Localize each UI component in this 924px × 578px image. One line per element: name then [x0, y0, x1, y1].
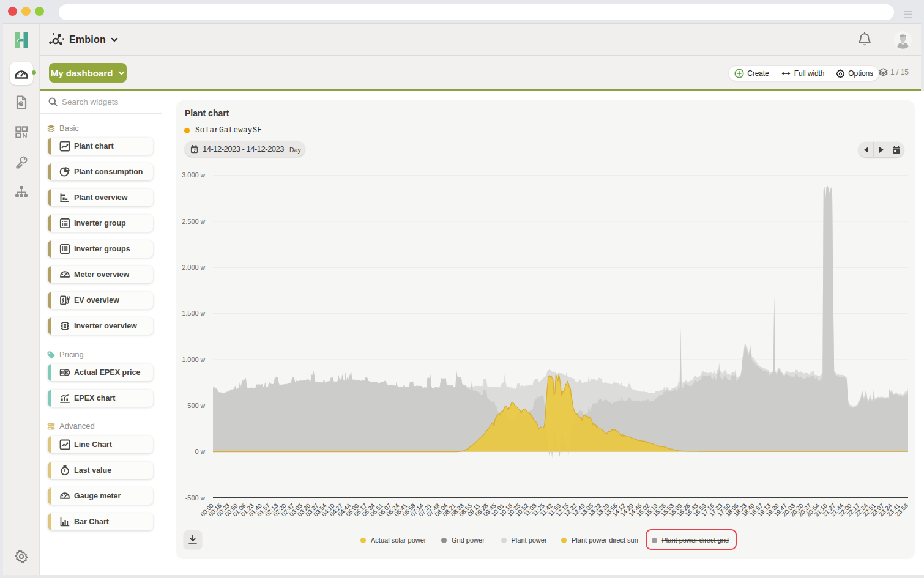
svg-text:500 w: 500 w — [187, 402, 205, 409]
svg-text:1.500 w: 1.500 w — [182, 309, 206, 317]
svg-text:-500 w: -500 w — [185, 494, 206, 502]
svg-text:2.000 w: 2.000 w — [182, 264, 206, 271]
svg-text:0 w: 0 w — [195, 448, 206, 455]
svg-text:1.000 w: 1.000 w — [182, 356, 206, 363]
svg-text:3.000 w: 3.000 w — [182, 171, 206, 179]
svg-text:2.500 w: 2.500 w — [182, 218, 206, 225]
